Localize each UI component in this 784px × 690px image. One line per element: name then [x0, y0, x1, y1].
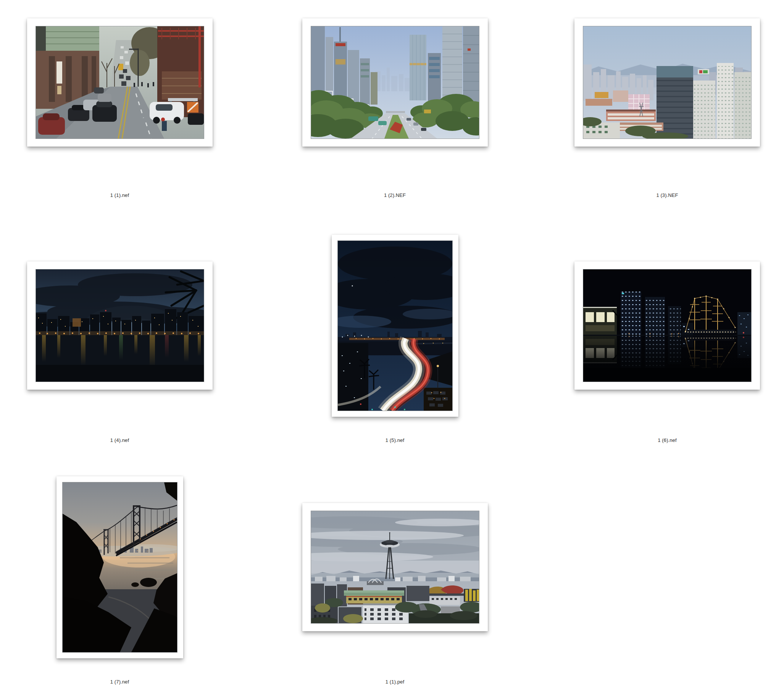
gallery-cell: 1 (1).pef — [239, 460, 550, 685]
photo-area — [575, 217, 760, 433]
empty-cell — [550, 460, 784, 685]
filename-label[interactable]: 1 (4).nef — [110, 437, 129, 443]
photo-area — [575, 0, 760, 165]
boulevard-skyscrapers-thumbnail — [311, 26, 479, 139]
city-street-thumbnail — [36, 26, 204, 139]
filename-label[interactable]: 1 (6).nef — [658, 437, 676, 443]
filename-label[interactable]: 1 (5).nef — [385, 437, 404, 443]
photo-card[interactable] — [302, 503, 488, 631]
gallery-cell: 1 (2).NEF — [239, 0, 550, 198]
photo-area — [302, 460, 488, 674]
gallery-cell: 1 (4).nef — [0, 217, 239, 443]
photo-area — [302, 0, 488, 165]
lighted-ship-reflection-thumbnail — [583, 269, 751, 382]
hazy-cityscape-thumbnail — [583, 26, 751, 139]
photo-card[interactable] — [302, 18, 488, 147]
highway-light-trails-thumbnail — [338, 240, 453, 411]
photo-gallery: 1 (1).nef — [0, 0, 784, 685]
gallery-cell: 1 (3).NEF — [550, 0, 784, 198]
photo-card[interactable] — [575, 18, 760, 147]
space-needle-thumbnail — [311, 511, 479, 624]
night-skyline-thumbnail — [36, 269, 204, 382]
photo-card[interactable] — [575, 262, 760, 390]
photo-card[interactable] — [56, 476, 183, 658]
gallery-row: 1 (1).nef — [0, 0, 784, 198]
photo-card[interactable] — [27, 262, 212, 390]
photo-area — [56, 460, 183, 674]
filename-label[interactable]: 1 (3).NEF — [656, 192, 678, 198]
gallery-cell: 1 (7).nef — [0, 460, 239, 685]
photo-card[interactable] — [27, 18, 212, 147]
filename-label[interactable]: 1 (2).NEF — [384, 192, 406, 198]
photo-area — [332, 217, 458, 433]
filename-label[interactable]: 1 (7).nef — [110, 679, 129, 685]
gallery-row: 1 (4).nef — [0, 217, 784, 443]
gallery-cell: 1 (6).nef — [550, 217, 784, 443]
photo-area — [27, 0, 212, 165]
gallery-cell: 1 (1).nef — [0, 0, 239, 198]
gallery-row: 1 (7).nef — [0, 460, 784, 685]
photo-card[interactable] — [332, 235, 458, 417]
filename-label[interactable]: 1 (1).nef — [110, 192, 129, 198]
filename-label[interactable]: 1 (1).pef — [385, 679, 404, 685]
gallery-cell: 1 (5).nef — [239, 217, 550, 443]
photo-area — [27, 217, 212, 433]
bay-bridge-dusk-thumbnail — [62, 482, 178, 652]
